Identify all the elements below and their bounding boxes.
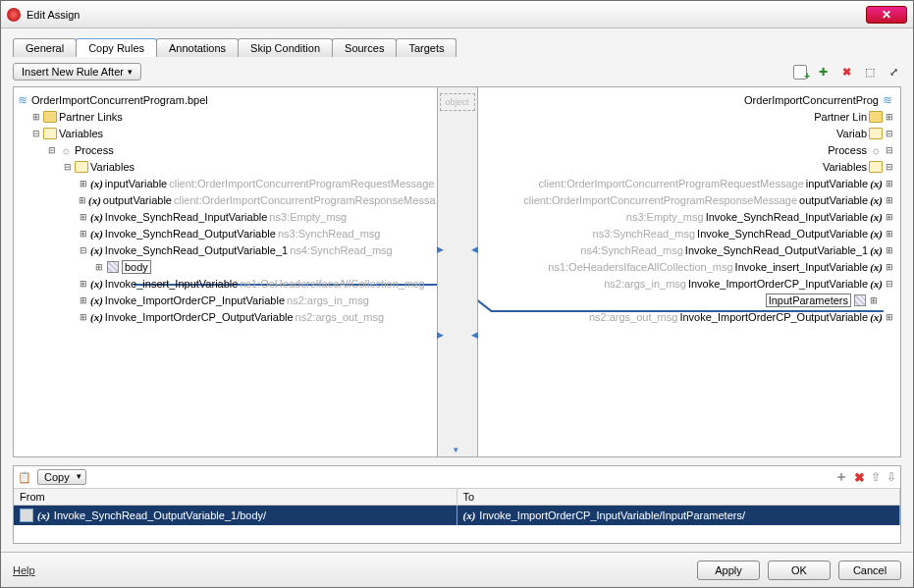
selected-source-node[interactable]: body — [122, 260, 151, 274]
delete-icon[interactable]: ✖ — [838, 64, 854, 80]
add-icon[interactable]: ✚ — [815, 64, 831, 80]
copy-type-dropdown[interactable]: Copy — [37, 469, 86, 485]
part-icon — [106, 260, 120, 274]
tree-expander[interactable]: ⊞ — [79, 312, 88, 322]
h-scrollbar[interactable] — [480, 325, 899, 339]
variable-node[interactable]: Invoke_SynchRead_OutputVariable_1 — [105, 244, 288, 256]
tab-strip: General Copy Rules Annotations Skip Cond… — [13, 38, 901, 57]
bpel-file: OrderImportConcurrentProg — [744, 94, 879, 106]
variable-node[interactable]: inputVariable — [806, 178, 868, 189]
target-tree[interactable]: OrderImportConcurrentProg Partner Lin⊞ V… — [478, 87, 901, 456]
variable-node[interactable]: Invoke_SynchRead_InputVariable — [706, 211, 869, 223]
tree-expander[interactable]: ⊞ — [885, 245, 894, 255]
tab-sources[interactable]: Sources — [332, 38, 397, 57]
partner-links-node[interactable]: Partner Links — [59, 111, 123, 123]
type-hint: ns3:Empty_msg — [269, 211, 347, 223]
new-variable-icon[interactable] — [793, 65, 807, 80]
move-up-icon[interactable]: ⇧ — [871, 470, 881, 484]
move-down-icon[interactable]: ⇩ — [887, 470, 896, 484]
partner-links-node[interactable]: Partner Lin — [814, 111, 867, 123]
mapper-panes: OrderImportConcurrentProgram.bpel ⊞Partn… — [13, 86, 901, 457]
cancel-button[interactable]: Cancel — [838, 561, 901, 580]
type-hint: ns1:OeHeadersIfaceAllCollection_msg — [240, 278, 424, 290]
variable-node[interactable]: outputVariable — [103, 194, 172, 206]
variable-icon: (x) — [870, 311, 883, 323]
apply-button[interactable]: Apply — [697, 561, 760, 580]
tree-expander[interactable]: ⊞ — [885, 212, 894, 222]
variables-node[interactable]: Variab — [836, 128, 867, 139]
variable-icon: (x) — [90, 278, 103, 290]
folder-icon — [869, 160, 883, 174]
variable-node[interactable]: Invoke_insert_InputVariable — [105, 278, 239, 290]
type-hint: ns2:args_in_msg — [287, 294, 369, 306]
tree-expander[interactable]: ⊟ — [47, 145, 57, 155]
tab-copy-rules[interactable]: Copy Rules — [76, 38, 157, 57]
variables-inner-node[interactable]: Variables — [90, 161, 134, 173]
variable-node[interactable]: Invoke_SynchRead_OutputVariable_1 — [685, 244, 868, 256]
type-hint: client:OrderImportConcurrentProgramReque… — [539, 178, 804, 189]
tree-expander[interactable]: ⊞ — [885, 312, 894, 322]
process-node[interactable]: Process — [75, 144, 114, 156]
variable-node[interactable]: Invoke_insert_InputVariable — [735, 261, 869, 273]
add-rule-icon[interactable]: ＋ — [834, 468, 848, 486]
help-link[interactable]: Help — [13, 564, 35, 576]
variable-node[interactable]: Invoke_ImportOrderCP_InputVariable — [688, 278, 868, 290]
expand-icon[interactable]: ⤢ — [886, 64, 901, 80]
tree-expander[interactable]: ⊞ — [31, 112, 41, 122]
variables-inner-node[interactable]: Variables — [823, 161, 867, 173]
tab-targets[interactable]: Targets — [396, 38, 457, 57]
tree-expander[interactable]: ⊞ — [885, 195, 894, 205]
variable-node[interactable]: inputVariable — [105, 178, 167, 189]
variable-node[interactable]: Invoke_SynchRead_OutputVariable — [697, 228, 868, 240]
tree-expander[interactable]: ⊞ — [885, 179, 894, 188]
copy-rule-row[interactable]: (x)Invoke_SynchRead_OutputVariable_1/bod… — [14, 506, 900, 525]
tree-expander[interactable]: ⊟ — [31, 129, 41, 138]
variable-icon: (x) — [870, 228, 883, 240]
h-scrollbar[interactable] — [16, 325, 435, 339]
tree-expander[interactable]: ⊟ — [885, 145, 894, 155]
tree-expander[interactable]: ⊟ — [79, 245, 88, 255]
variable-node[interactable]: Invoke_SynchRead_InputVariable — [105, 211, 268, 223]
tree-expander[interactable]: ⊞ — [94, 262, 104, 272]
process-node[interactable]: Process — [828, 144, 867, 156]
variable-node[interactable]: outputVariable — [799, 194, 868, 206]
tree-expander[interactable]: ⊞ — [79, 229, 88, 239]
tab-skip-condition[interactable]: Skip Condition — [238, 38, 333, 57]
tree-expander[interactable]: ⊞ — [79, 212, 88, 222]
window-close-button[interactable]: ✕ — [866, 6, 907, 24]
tree-expander[interactable]: ⊞ — [885, 229, 894, 239]
variable-node[interactable]: Invoke_ImportOrderCP_InputVariable — [105, 294, 285, 306]
tree-expander[interactable]: ⊞ — [885, 112, 894, 122]
variable-node[interactable]: Invoke_ImportOrderCP_OutputVariable — [105, 311, 294, 323]
type-hint: ns4:SynchRead_msg — [290, 244, 393, 256]
selected-target-node[interactable]: InputParameters — [766, 294, 851, 307]
tree-expander[interactable]: ⊞ — [79, 195, 86, 205]
tree-expander[interactable]: ⊞ — [79, 179, 88, 188]
pane-divider[interactable]: object ▶ ◀ ▶ ◀ ▾ — [437, 87, 478, 456]
variables-node[interactable]: Variables — [59, 128, 103, 139]
to-path: Invoke_ImportOrderCP_InputVariable/Input… — [479, 509, 745, 521]
ok-button[interactable]: OK — [768, 561, 831, 580]
tree-expander[interactable]: ⊞ — [869, 295, 879, 305]
tree-expander[interactable]: ⊞ — [79, 279, 88, 289]
variable-node[interactable]: Invoke_ImportOrderCP_OutputVariable — [679, 311, 868, 323]
tab-general[interactable]: General — [13, 38, 77, 57]
copy-type-icon: 📋 — [18, 471, 31, 484]
variable-icon: (x) — [870, 211, 883, 223]
tree-expander[interactable]: ⊞ — [885, 262, 894, 272]
bind-icon[interactable]: ⬚ — [862, 64, 878, 80]
variable-node[interactable]: Invoke_SynchRead_OutputVariable — [105, 228, 276, 240]
tree-expander[interactable]: ⊞ — [79, 295, 88, 305]
remove-rule-icon[interactable]: ✖ — [854, 470, 865, 485]
type-hint: ns3:SynchRead_msg — [593, 228, 696, 240]
tree-expander[interactable]: ⊟ — [885, 129, 894, 138]
tree-expander[interactable]: ⊟ — [885, 162, 894, 172]
variable-icon: (x) — [870, 261, 883, 273]
tree-expander[interactable]: ⊟ — [63, 162, 73, 172]
source-tree[interactable]: OrderImportConcurrentProgram.bpel ⊞Partn… — [14, 87, 437, 456]
tree-expander[interactable]: ⊟ — [885, 279, 894, 289]
insert-rule-dropdown[interactable]: Insert New Rule After — [13, 63, 141, 80]
tab-annotations[interactable]: Annotations — [156, 38, 239, 57]
object-drop-zone[interactable]: object — [440, 93, 475, 111]
variable-icon: (x) — [870, 278, 883, 290]
